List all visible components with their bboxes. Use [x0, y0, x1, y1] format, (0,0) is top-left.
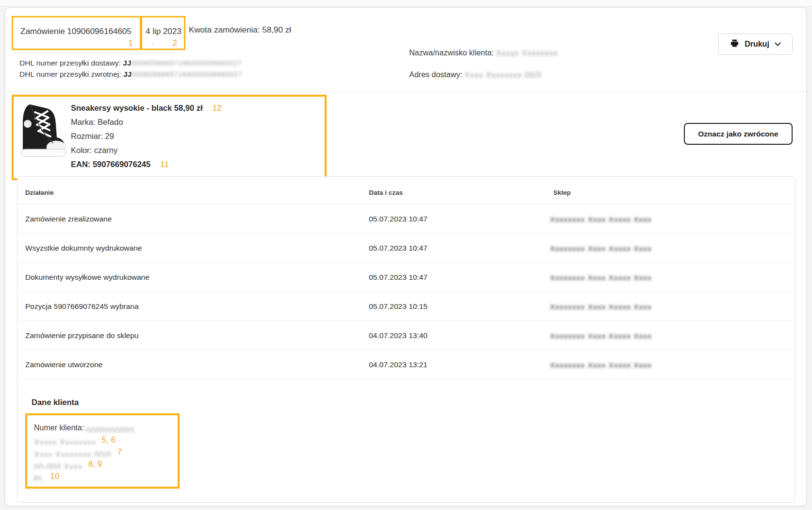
- store-cell-redacted: Xxxxxxxx Xxxx Xxxxx Xxxx: [550, 331, 652, 340]
- history-card: Działanie Data i czas Sklep Zamówienie z…: [17, 176, 795, 503]
- header-divider: [5, 91, 806, 92]
- annotation-11: 11: [160, 160, 169, 169]
- action-cell: Zamówienie utworzone: [25, 360, 102, 369]
- datetime-cell: 04.07.2023 13:21: [369, 360, 428, 369]
- customer-number-label: Numer klienta:: [34, 424, 86, 432]
- dhl-return-label: DHL numer przesyłki zwrotnej:: [19, 70, 123, 78]
- table-row: Zamówienie zrealizowane05.07.2023 10:47X…: [17, 204, 795, 234]
- customer-annotation-box: Numer klienta: 0000000000 Xxxxx Xxxxxxxx…: [25, 413, 180, 489]
- order-card: Zamówienie 10906096164605 1 4 lip 2023 .…: [5, 7, 807, 506]
- dhl-delivery-label: DHL numer przesyłki dostawy:: [19, 59, 123, 67]
- store-cell-redacted: Xxxxxxxx Xxxx Xxxxx Xxxx: [550, 215, 652, 223]
- customer-name-redacted-value: Xxxxx Xxxxxxxx: [496, 49, 581, 57]
- annotation-box-order-date: 4 lip 2023 . 2: [141, 16, 185, 50]
- customer-number-row: Numer klienta: 0000000000: [34, 422, 171, 434]
- annotation-2: 2: [173, 38, 177, 48]
- datetime-cell: 05.07.2023 10:47: [369, 215, 428, 223]
- action-cell: Zamówienie zrealizowane: [25, 215, 112, 223]
- customer-name-label: Nazwa/nazwisko klienta:: [409, 49, 496, 57]
- table-row: Zamówienie przypisane do sklepu04.07.202…: [17, 321, 795, 350]
- chevron-down-icon: [775, 40, 781, 49]
- table-row: Zamówienie utworzone04.07.2023 13:21Xxxx…: [17, 350, 795, 379]
- customer-zip-redacted: 00-000 Xxxx: [34, 461, 83, 469]
- customer-name-row: Nazwa/nazwisko klienta: Xxxxx Xxxxxxxx: [409, 49, 581, 57]
- annotation-1: 1: [129, 38, 133, 48]
- annotation-8-9: 8, 9: [88, 459, 102, 469]
- action-cell: Zamówienie przypisane do sklepu: [25, 331, 138, 340]
- table-row: Dokumenty wysyłkowe wydrukowane05.07.202…: [17, 263, 795, 292]
- annotation-box-order-number: Zamówienie 10906096164605 1: [12, 16, 141, 50]
- history-rows: Zamówienie zrealizowane05.07.2023 10:47X…: [17, 204, 795, 379]
- delivery-address-row: Adres dostawy: Xxxx Xxxxxxxx 00/0: [409, 70, 549, 79]
- annotation-5-6: 5, 6: [102, 435, 116, 444]
- table-row: Pozycja 5907669076245 wybrana05.07.2023 …: [17, 292, 795, 321]
- action-cell: Wsyzstkie dokumnty wydrukowane: [25, 244, 142, 253]
- product-ean: EAN: 5907669076245: [71, 160, 150, 169]
- customer-address-line: Xxxx Xxxxxxxx 00/07: [34, 446, 171, 458]
- top-strip: [0, 0, 812, 6]
- print-button[interactable]: Drukuj: [718, 34, 793, 55]
- product-brand: Marka: Befado: [71, 115, 221, 129]
- print-button-label: Drukuj: [745, 40, 769, 49]
- sneaker-product-image: [19, 102, 68, 161]
- dhl-return-redacted-value: 00060566657166000006660027: [132, 70, 259, 79]
- dhl-return-prefix: JJ: [123, 70, 132, 78]
- annotation-7: 7: [117, 447, 121, 457]
- order-amount: Kwota zamówienia: 58,90 zł: [189, 25, 291, 35]
- datetime-cell: 05.07.2023 10:15: [369, 302, 428, 311]
- customer-name-line: Xxxxx Xxxxxxxx5, 6: [34, 434, 171, 446]
- product-size: Rozmiar: 29: [71, 129, 221, 143]
- dhl-delivery-prefix: JJ: [123, 59, 131, 67]
- column-header-action: Działanie: [25, 189, 54, 196]
- customer-country-redacted: PL: [34, 473, 45, 481]
- column-header-store: Sklep: [553, 189, 571, 196]
- annotation-dot: .: [152, 38, 154, 46]
- order-title: Zamówienie 10906096164605: [20, 27, 132, 36]
- annotation-10: 10: [50, 472, 60, 481]
- datetime-cell: 05.07.2023 10:47: [369, 244, 428, 253]
- dhl-return-number: DHL numer przesyłki zwrotnej: JJ00060566…: [19, 70, 259, 79]
- store-cell-redacted: Xxxxxxxx Xxxx Xxxxx Xxxx: [550, 302, 652, 310]
- order-date: 4 lip 2023: [146, 27, 182, 36]
- customer-address-redacted: Xxxx Xxxxxxxx 00/0: [34, 449, 111, 457]
- customer-zip-line: 00-000 Xxxx8, 9: [34, 458, 171, 470]
- datetime-cell: 05.07.2023 10:47: [369, 273, 428, 282]
- printer-icon: [730, 39, 739, 50]
- product-color: Kolor: czarny: [71, 143, 221, 157]
- dhl-delivery-redacted-value: 00060566657166000006660027: [131, 59, 258, 68]
- customer-name-redacted: Xxxxx Xxxxxxxx: [34, 437, 96, 444]
- product-title: Sneakersy wysokie - black 58,90 zł: [71, 103, 203, 112]
- store-cell-redacted: Xxxxxxxx Xxxx Xxxxx Xxxx: [550, 360, 652, 369]
- action-cell: Dokumenty wysyłkowe wydrukowane: [25, 273, 149, 282]
- store-cell-redacted: Xxxxxxxx Xxxx Xxxxx Xxxx: [550, 244, 652, 252]
- delivery-address-redacted-value: Xxxx Xxxxxxxx 00/0: [464, 71, 549, 79]
- table-row: Wsyzstkie dokumnty wydrukowane05.07.2023…: [17, 234, 795, 263]
- action-cell: Pozycja 5907669076245 wybrana: [25, 302, 139, 311]
- mark-as-returned-button[interactable]: Oznacz jako zwrócone: [684, 123, 793, 145]
- customer-country-line: PL10: [34, 470, 171, 482]
- page: Zamówienie 10906096164605 1 4 lip 2023 .…: [0, 0, 812, 510]
- column-header-datetime: Data i czas: [369, 189, 403, 196]
- dhl-delivery-number: DHL numer przesyłki dostawy: JJ000605666…: [19, 59, 258, 68]
- datetime-cell: 04.07.2023 13:40: [369, 331, 428, 340]
- history-table-header: Działanie Data i czas Sklep: [17, 177, 795, 204]
- product-details: Sneakersy wysokie - black 58,90 zł12 Mar…: [71, 101, 221, 171]
- customer-data-heading: Dane klienta: [32, 398, 795, 407]
- delivery-address-label: Adres dostawy:: [409, 70, 464, 79]
- product-annotation-box: Sneakersy wysokie - black 58,90 zł12 Mar…: [12, 95, 327, 180]
- store-cell-redacted: Xxxxxxxx Xxxx Xxxxx Xxxx: [550, 273, 652, 281]
- customer-number-redacted: 0000000000: [86, 425, 134, 432]
- annotation-12: 12: [213, 103, 222, 113]
